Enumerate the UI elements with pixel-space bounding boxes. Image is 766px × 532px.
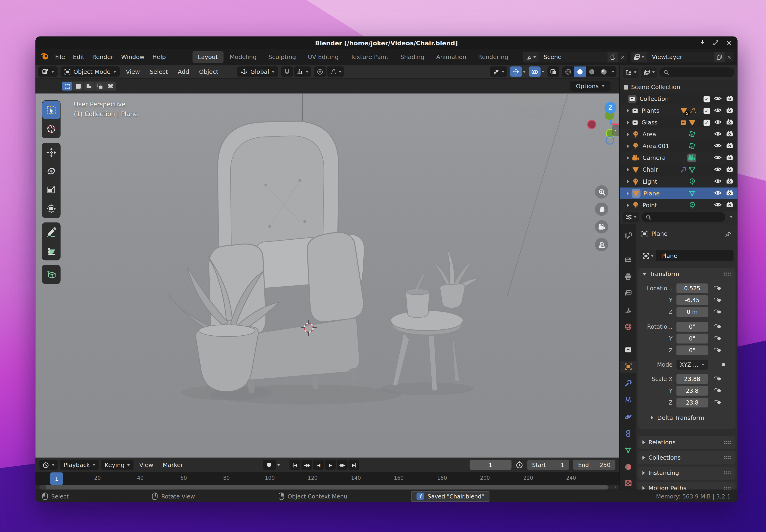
camera-visibility-icon[interactable] [726, 130, 734, 139]
tab-modeling[interactable]: Modeling [224, 51, 262, 63]
saved-notification[interactable]: i Saved "Chair.blend" [411, 491, 490, 502]
scene-icon[interactable] [523, 52, 539, 62]
expand-icon[interactable] [627, 192, 629, 195]
select-box-tool[interactable] [42, 101, 60, 119]
drag-grip-icon[interactable] [723, 456, 731, 460]
location-y-field[interactable]: -6.45 [676, 295, 708, 305]
relations-panel[interactable]: Relations [638, 436, 735, 449]
outliner-row-plane[interactable]: Plane [620, 188, 737, 199]
viewlayer-icon[interactable] [631, 52, 647, 62]
drag-grip-icon[interactable] [723, 440, 731, 444]
eye-icon[interactable] [714, 153, 722, 163]
frame-end-field[interactable]: End 250 [573, 460, 616, 470]
blender-logo-icon[interactable] [40, 52, 49, 62]
scale-x-field[interactable]: 23.88 [676, 374, 708, 384]
outliner-row-camera[interactable]: Camera [620, 152, 737, 164]
select-mode-extend[interactable] [73, 82, 83, 90]
viewport-3d[interactable]: User Perspective (1) Collection | Plane [35, 93, 619, 458]
breadcrumb-object[interactable]: Plane [651, 230, 668, 237]
checkbox-icon[interactable]: ✓ [704, 96, 710, 102]
gizmo-dropdown[interactable] [523, 71, 526, 73]
snap-toggle[interactable] [281, 66, 293, 77]
drag-grip-icon[interactable] [723, 471, 731, 475]
object-name-field[interactable]: Plane [640, 250, 734, 261]
eye-icon[interactable] [714, 201, 722, 210]
scrollbar-thumb[interactable] [39, 485, 608, 490]
auto-keying-dropdown[interactable] [277, 464, 280, 466]
eye-icon[interactable] [714, 94, 722, 103]
scale-y-field[interactable]: 23.8 [676, 386, 708, 396]
menu-select[interactable]: Select [146, 67, 171, 77]
menu-object[interactable]: Object [195, 67, 222, 77]
marker-menu[interactable]: Marker [159, 460, 186, 470]
scroll-arrow-icon[interactable]: ‹ [614, 484, 617, 489]
maximize-icon[interactable] [712, 39, 719, 46]
tab-view-layer[interactable] [620, 287, 636, 299]
rotation-x-field[interactable]: 0° [676, 322, 708, 332]
measure-tool[interactable] [42, 242, 60, 260]
timeline-ruler[interactable]: 1 20 40 60 80 100 120 140 160 180 200 22… [35, 472, 619, 485]
camera-visibility-icon[interactable] [726, 94, 734, 103]
camera-visibility-icon[interactable] [726, 177, 734, 186]
options-button[interactable]: Options [570, 81, 611, 92]
outliner-row-area-001[interactable]: Area.001 [620, 140, 737, 152]
title-bar[interactable]: Blender [/home/joker/Videos/Chair.blend]… [35, 36, 738, 49]
proportional-falloff-dropdown[interactable] [327, 66, 344, 77]
pan-hand-button[interactable] [595, 202, 608, 216]
timeline-editor-type-button[interactable] [39, 460, 58, 470]
menu-add[interactable]: Add [174, 67, 192, 77]
rotation-z-field[interactable]: 0° [676, 345, 708, 355]
menu-view[interactable]: View [122, 67, 143, 77]
eye-icon[interactable] [714, 118, 722, 127]
tab-texture-paint[interactable]: Texture Paint [345, 51, 394, 63]
tab-animation[interactable]: Animation [431, 51, 472, 63]
tab-texture[interactable] [620, 477, 636, 490]
tab-collection[interactable] [620, 344, 636, 356]
properties-search-input[interactable] [642, 212, 725, 222]
tab-tool[interactable] [620, 230, 636, 243]
tab-render[interactable] [620, 254, 636, 266]
object-type-icon[interactable] [640, 250, 656, 261]
tab-sculpting[interactable]: Sculpting [263, 51, 301, 63]
expand-icon[interactable] [627, 180, 629, 184]
outliner-row-glass[interactable]: Glass ✓ [620, 117, 737, 128]
expand-icon[interactable] [627, 109, 629, 113]
auto-keying-record-button[interactable] [263, 460, 276, 470]
pin-icon[interactable] [725, 230, 732, 240]
cursor-tool[interactable] [42, 120, 60, 138]
rotate-tool[interactable] [42, 162, 60, 180]
proportional-editing-toggle[interactable] [314, 66, 326, 77]
eye-icon[interactable] [714, 165, 722, 174]
outliner-row-scene-collection[interactable]: Scene Collection [620, 81, 737, 93]
collections-panel[interactable]: Collections [638, 451, 735, 464]
eye-icon[interactable] [714, 177, 722, 186]
outliner-row-light[interactable]: Light [620, 176, 737, 187]
scene-name[interactable]: Scene [539, 54, 608, 61]
camera-visibility-icon[interactable] [726, 165, 734, 174]
keyframe-dot-icon[interactable] [722, 363, 725, 366]
tab-rendering[interactable]: Rendering [473, 51, 514, 63]
select-mode-subtract[interactable] [84, 82, 94, 90]
snap-settings-dropdown[interactable] [294, 66, 311, 77]
rotation-y-field[interactable]: 0° [676, 334, 708, 343]
stopwatch-icon[interactable] [515, 461, 523, 469]
expand-icon[interactable] [627, 203, 629, 207]
axis-z-neg-ball[interactable] [606, 136, 614, 145]
location-z-field[interactable]: 0 m [676, 307, 708, 317]
xray-toggle[interactable] [548, 66, 559, 77]
tab-modifiers[interactable] [620, 377, 636, 390]
tab-object-data[interactable] [620, 444, 636, 456]
mode-dropdown[interactable]: Object Mode [61, 66, 119, 77]
show-gizmo-toggle[interactable] [510, 66, 522, 77]
scene-unlink-icon[interactable]: × [618, 54, 627, 60]
tab-object[interactable] [620, 361, 636, 373]
object-name-value[interactable]: Plane [656, 250, 734, 261]
expand-icon[interactable] [627, 156, 629, 160]
expand-icon[interactable] [627, 121, 629, 124]
editor-type-button[interactable] [38, 66, 58, 77]
select-mode-set[interactable] [62, 82, 72, 90]
rotation-mode-dropdown[interactable]: XYZ ... [676, 360, 708, 370]
camera-visibility-icon[interactable] [726, 153, 734, 163]
menu-file[interactable]: File [51, 52, 69, 62]
outliner-row-point[interactable]: Point [620, 199, 737, 211]
